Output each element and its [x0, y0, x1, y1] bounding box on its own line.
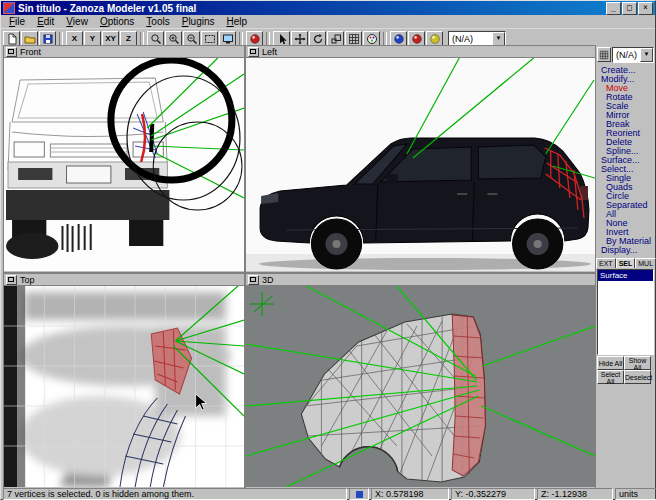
front-viewport-canvas[interactable]: [4, 58, 244, 271]
axis-z-button[interactable]: Z: [120, 31, 137, 46]
viewport-maximize-icon[interactable]: [6, 47, 17, 57]
objects-listbox[interactable]: Surface: [597, 269, 654, 355]
window-title: Sin titulo - Zanoza Modeler v1.05 final: [18, 3, 605, 14]
command-list: Create... Modify... Move Rotate Scale Mi…: [596, 66, 655, 255]
viewport-maximize-icon[interactable]: [6, 275, 17, 285]
zoom-region-icon[interactable]: [201, 31, 218, 46]
pillar-dark-bar: [151, 124, 152, 152]
sidebar-dropdown[interactable]: (N/A) ▼: [612, 47, 654, 63]
menu-tools[interactable]: Tools: [140, 16, 175, 27]
viewport-top[interactable]: Top: [3, 273, 245, 489]
units-label: units: [615, 488, 656, 500]
sphere-red-icon[interactable]: [408, 31, 425, 46]
toolbar-separator: [239, 32, 243, 46]
sphere-blue-icon[interactable]: [390, 31, 407, 46]
viewport-top-label: Top: [20, 275, 35, 285]
sphere-yellow-icon[interactable]: [426, 31, 443, 46]
move-tool-icon[interactable]: [291, 31, 308, 46]
coord-x: X: 0.578198: [371, 488, 449, 500]
axis-y-button[interactable]: Y: [84, 31, 101, 46]
3d-viewport-canvas[interactable]: [246, 286, 595, 487]
render-mode-icon[interactable]: [246, 31, 263, 46]
sidebar-tabs: EXT SEL MUL: [596, 258, 655, 268]
material-editor-icon[interactable]: [363, 31, 380, 46]
command-sidebar: (N/A) ▼ Create... Modify... Move Rotate …: [596, 45, 655, 488]
chevron-down-icon[interactable]: ▼: [640, 48, 653, 62]
toolbar-separator: [140, 32, 144, 46]
viewport-left-titlebar[interactable]: Left: [246, 46, 595, 58]
show-all-button[interactable]: Show All: [624, 356, 651, 370]
viewport-front[interactable]: Front: [3, 45, 245, 273]
save-icon[interactable]: [39, 31, 56, 46]
axis-x-button[interactable]: X: [66, 31, 83, 46]
menu-bar: File Edit View Options Tools Plugins Hel…: [1, 15, 655, 29]
menu-file[interactable]: File: [3, 16, 31, 27]
viewport-front-titlebar[interactable]: Front: [4, 46, 244, 58]
menu-view[interactable]: View: [60, 16, 94, 27]
status-message: 7 vertices is selected. 0 is hidden amon…: [3, 488, 347, 500]
tab-ext[interactable]: EXT: [596, 258, 616, 268]
viewport-3d[interactable]: 3D: [245, 273, 596, 489]
deselect-button[interactable]: Deselect: [624, 370, 651, 384]
grid-snap-icon[interactable]: [345, 31, 362, 46]
top-viewport-canvas[interactable]: [4, 286, 244, 487]
fit-view-icon[interactable]: [219, 31, 236, 46]
select-all-button[interactable]: Select All: [597, 370, 624, 384]
zmodeler-window: Sin titulo - Zanoza Modeler v1.05 final …: [0, 0, 656, 500]
hide-all-button[interactable]: Hide All: [597, 356, 624, 370]
menu-plugins[interactable]: Plugins: [176, 16, 221, 27]
toolbar-separator: [383, 32, 387, 46]
minimize-button[interactable]: _: [606, 2, 621, 15]
toolbar-separator: [59, 32, 63, 46]
image-dark-band: [4, 286, 17, 487]
cmd-display[interactable]: Display...: [596, 246, 655, 255]
app-icon: [3, 2, 15, 14]
axis-xy-button[interactable]: XY: [102, 31, 119, 46]
viewport-3d-label: 3D: [262, 275, 274, 285]
status-bar: 7 vertices is selected. 0 is hidden amon…: [1, 487, 656, 500]
tab-sel[interactable]: SEL: [616, 258, 636, 268]
close-button[interactable]: ×: [638, 2, 653, 15]
zoom-in-icon[interactable]: [165, 31, 182, 46]
viewport-left-label: Left: [262, 47, 277, 57]
scale-tool-icon[interactable]: [327, 31, 344, 46]
grid-options-icon[interactable]: [597, 47, 611, 62]
title-bar[interactable]: Sin titulo - Zanoza Modeler v1.05 final …: [1, 1, 655, 15]
object-list-item-surface[interactable]: Surface: [598, 270, 653, 281]
image-dark-band-fade: [17, 286, 25, 487]
cmd-separated[interactable]: Separated: [596, 201, 655, 210]
sidebar-dropdown-value: (N/A): [613, 50, 640, 60]
objects-buttons: Hide All Show All Select All Deselect: [597, 356, 654, 384]
coords-icon: [349, 488, 369, 500]
viewport-3d-titlebar[interactable]: 3D: [246, 274, 595, 286]
coord-y: Y: -0.352279: [451, 488, 535, 500]
chevron-down-icon[interactable]: ▼: [492, 32, 505, 46]
select-cursor-icon[interactable]: [273, 31, 290, 46]
rotate-tool-icon[interactable]: [309, 31, 326, 46]
viewport-left[interactable]: Left: [245, 45, 596, 273]
menu-edit[interactable]: Edit: [31, 16, 60, 27]
maximize-button[interactable]: □: [622, 2, 637, 15]
view-mode-value: (N/A): [449, 34, 492, 44]
viewport-top-titlebar[interactable]: Top: [4, 274, 244, 286]
viewport-maximize-icon[interactable]: [248, 47, 259, 57]
new-icon[interactable]: [3, 31, 20, 46]
menu-options[interactable]: Options: [94, 16, 140, 27]
viewport-maximize-icon[interactable]: [248, 275, 259, 285]
viewport-front-label: Front: [20, 47, 41, 57]
zoom-out-icon[interactable]: [183, 31, 200, 46]
open-icon[interactable]: [21, 31, 38, 46]
toolbar-separator: [266, 32, 270, 46]
coord-z: Z: -1.12938: [537, 488, 613, 500]
menu-help[interactable]: Help: [221, 16, 254, 27]
left-viewport-canvas[interactable]: [246, 58, 595, 271]
tab-mul[interactable]: MUL: [635, 258, 656, 268]
selected-faces-red: [452, 315, 485, 476]
zoom-icon[interactable]: [147, 31, 164, 46]
workspace: Front: [1, 45, 655, 487]
